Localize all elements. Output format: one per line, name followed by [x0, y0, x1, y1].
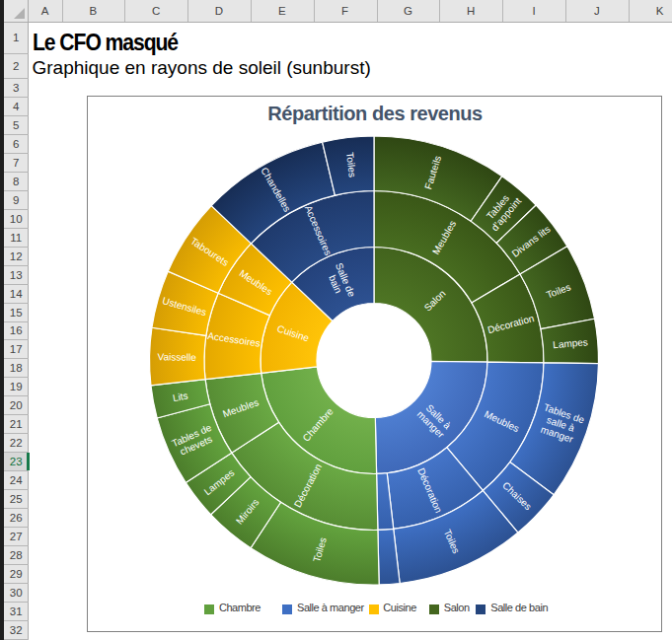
svg-text:Vaisselle: Vaisselle — [158, 351, 197, 363]
